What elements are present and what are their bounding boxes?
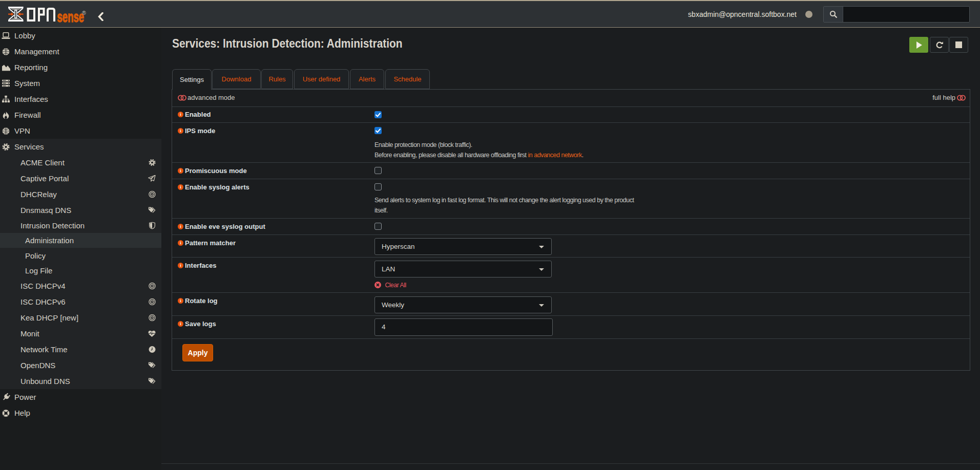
- svg-text:®: ®: [82, 10, 86, 16]
- svg-text:sense: sense: [57, 8, 85, 24]
